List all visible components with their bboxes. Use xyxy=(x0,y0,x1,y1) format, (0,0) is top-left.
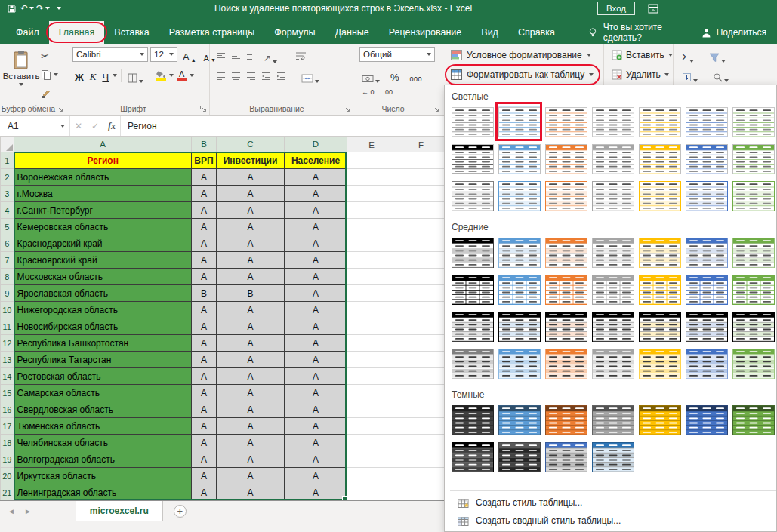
cell-value[interactable]: А xyxy=(217,385,285,401)
align-bottom-icon[interactable] xyxy=(246,52,256,60)
cell-value[interactable]: А xyxy=(285,169,347,186)
cell-value[interactable]: А xyxy=(217,202,285,219)
table-style-0-1-4[interactable] xyxy=(637,143,681,174)
number-format-combo[interactable]: Общий xyxy=(359,47,435,62)
font-size-combo[interactable]: 12 xyxy=(150,47,177,62)
table-style-1-1-3[interactable] xyxy=(590,273,634,305)
font-color-dropdown-icon[interactable] xyxy=(190,74,194,77)
decrease-indent-icon[interactable] xyxy=(261,72,271,80)
cell-value[interactable]: А xyxy=(285,285,347,302)
table-style-1-0-6[interactable] xyxy=(731,236,775,268)
table-style-1-2-5[interactable] xyxy=(684,310,728,342)
align-top-icon[interactable] xyxy=(216,52,226,60)
cell-value[interactable]: А xyxy=(217,235,285,252)
tell-me-box[interactable]: Что вы хотите сделать? xyxy=(587,21,701,44)
cell-value[interactable]: А xyxy=(285,435,347,451)
cell-empty[interactable] xyxy=(396,318,446,335)
cell-region[interactable]: Свердловская область xyxy=(14,401,192,418)
table-style-0-0-1[interactable] xyxy=(497,106,541,137)
select-all-button[interactable] xyxy=(1,137,14,152)
table-style-1-3-6[interactable] xyxy=(731,347,775,379)
cell-empty[interactable] xyxy=(347,235,396,252)
delete-cells-button[interactable]: Удалить xyxy=(609,66,672,84)
cut-button[interactable]: ✂ xyxy=(41,50,49,62)
cell-value[interactable]: А xyxy=(192,385,217,401)
cell-value[interactable]: А xyxy=(285,418,347,435)
cell-empty[interactable] xyxy=(347,385,396,401)
table-style-2-0-4[interactable] xyxy=(637,404,681,435)
paste-button[interactable]: Вставить xyxy=(5,47,37,104)
cell-value[interactable]: А xyxy=(285,484,347,501)
table-style-1-3-2[interactable] xyxy=(544,347,587,379)
cell-empty[interactable] xyxy=(347,152,396,169)
table-style-0-2-1[interactable] xyxy=(497,180,541,211)
row-header-12[interactable]: 12 xyxy=(1,335,14,352)
row-header-7[interactable]: 7 xyxy=(1,252,14,269)
cell-value[interactable]: А xyxy=(192,202,217,219)
new-table-style-item[interactable]: Создать стиль таблицы... xyxy=(450,494,776,512)
table-style-1-1-0[interactable] xyxy=(450,273,494,305)
merge-center-button[interactable] xyxy=(299,68,322,83)
cell-empty[interactable] xyxy=(347,318,396,335)
save-button[interactable] xyxy=(5,2,18,15)
cell-value[interactable]: А xyxy=(192,435,217,451)
cell-value[interactable]: А xyxy=(285,335,347,352)
increase-indent-icon[interactable] xyxy=(276,72,286,80)
align-left-icon[interactable] xyxy=(216,72,226,80)
cell-empty[interactable] xyxy=(396,368,446,385)
percent-style-button[interactable]: % xyxy=(388,68,402,83)
cell-value[interactable]: А xyxy=(192,401,217,418)
ribbon-tab-file[interactable]: Файл xyxy=(6,21,49,44)
alignment-dialog-launcher[interactable] xyxy=(343,104,350,112)
cell-empty[interactable] xyxy=(396,385,446,401)
cell-empty[interactable] xyxy=(396,484,446,501)
cell-value[interactable]: А xyxy=(217,468,285,484)
cell-region[interactable]: Иркутская область xyxy=(14,468,192,484)
table-style-2-0-0[interactable] xyxy=(450,404,494,435)
cell-value[interactable]: А xyxy=(217,169,285,186)
row-header-17[interactable]: 17 xyxy=(1,418,14,435)
cell-value[interactable]: А xyxy=(192,169,217,186)
cell-empty[interactable] xyxy=(347,202,396,219)
cell-empty[interactable] xyxy=(396,235,446,252)
table-style-2-0-2[interactable] xyxy=(544,404,587,435)
table-style-1-2-4[interactable] xyxy=(637,310,681,342)
cell-value[interactable]: А xyxy=(217,269,285,285)
cell-empty[interactable] xyxy=(396,252,446,269)
cell-empty[interactable] xyxy=(347,418,396,435)
table-style-0-0-5[interactable] xyxy=(684,106,728,137)
table-style-2-0-1[interactable] xyxy=(497,404,541,435)
row-header-3[interactable]: 3 xyxy=(1,186,14,202)
cell-value[interactable]: В xyxy=(192,285,217,302)
table-style-2-1-2[interactable] xyxy=(544,441,587,472)
new-pivot-table-style-item[interactable]: Создать сводный стиль таблицы... xyxy=(450,512,776,530)
row-header-5[interactable]: 5 xyxy=(1,219,14,235)
bold-button[interactable]: Ж xyxy=(72,68,86,83)
table-style-1-1-1[interactable] xyxy=(497,273,541,305)
format-as-table-button[interactable]: Форматировать как таблицу xyxy=(447,66,597,84)
undo-dropdown-icon[interactable] xyxy=(29,7,34,10)
cell-region[interactable]: Ленинградская область xyxy=(14,484,192,501)
cell-region[interactable]: Красноярский край xyxy=(14,252,192,269)
cell-empty[interactable] xyxy=(396,202,446,219)
row-header-21[interactable]: 21 xyxy=(1,484,14,501)
cell-value[interactable]: А xyxy=(217,186,285,202)
cell-region[interactable]: Республика Башкортостан xyxy=(14,335,192,352)
cell-empty[interactable] xyxy=(347,352,396,368)
ribbon-tab-data[interactable]: Данные xyxy=(325,21,379,44)
decrease-decimal-button[interactable]: .00 xyxy=(381,87,396,97)
table-style-0-0-4[interactable] xyxy=(637,106,681,137)
name-box[interactable]: A1 xyxy=(0,116,69,136)
row-header-1[interactable]: 1 xyxy=(1,152,14,169)
cell-value[interactable]: А xyxy=(217,418,285,435)
cell-value[interactable]: А xyxy=(192,418,217,435)
cell-empty[interactable] xyxy=(396,335,446,352)
cell-header-vrp[interactable]: ВРП xyxy=(192,152,217,169)
cell-value[interactable]: А xyxy=(192,302,217,318)
ribbon-tab-view[interactable]: Вид xyxy=(471,21,508,44)
share-button[interactable]: Поделиться xyxy=(701,21,766,44)
table-style-0-0-3[interactable] xyxy=(590,106,634,137)
cell-region[interactable]: Волгоградская область xyxy=(14,451,192,468)
cell-value[interactable]: А xyxy=(217,318,285,335)
cell-value[interactable]: А xyxy=(285,401,347,418)
